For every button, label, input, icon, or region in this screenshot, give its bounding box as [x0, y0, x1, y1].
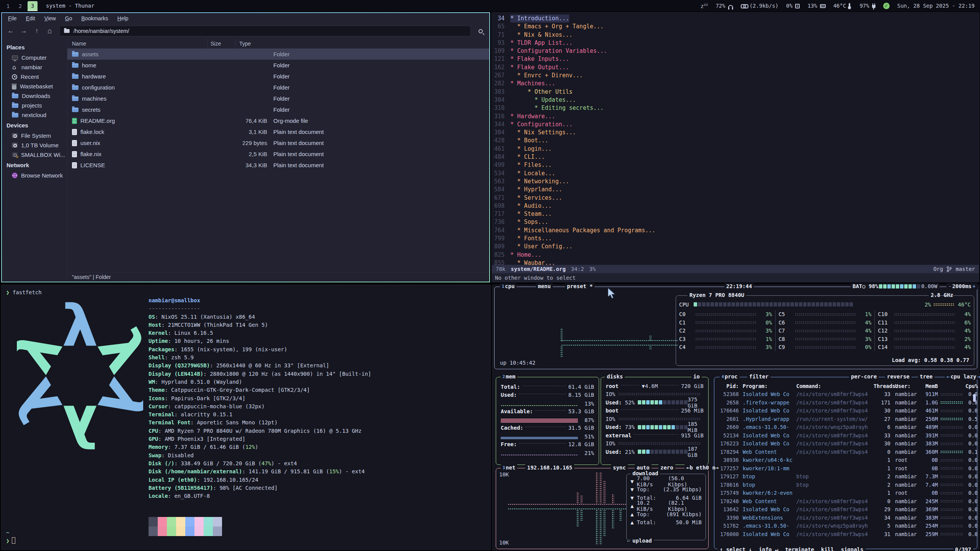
proc-row-178616[interactable]: 178616btopbtop2nambiar7.4M0.0: [714, 481, 977, 489]
shell-prompt[interactable]: ❯: [6, 537, 15, 545]
terminal-window[interactable]: ❯ fastfetch λ λ λ λ λ λ nambiar@smallbox…: [1, 285, 491, 550]
file-row-hardware[interactable]: hardwareFolder: [67, 71, 489, 82]
emacs-buffer[interactable]: 34* Introduction...65* Emacs + Org + Tan…: [492, 15, 979, 265]
up-button[interactable]: [31, 26, 42, 36]
proc-key-select[interactable]: ↑ select ↓: [720, 546, 752, 551]
proc-row-177257[interactable]: 177257kworker/10:1-mm_1root0B0.0: [714, 464, 977, 473]
proc-header-user[interactable]: User:: [890, 383, 920, 389]
proc-user: root: [890, 465, 920, 471]
proc-row-178294[interactable]: 178294Web Content/nix/store/sm8fmrf3wps4…: [714, 448, 977, 456]
file-row-flake-lock[interactable]: flake.lock3,1 KiBPlain text document: [67, 126, 489, 137]
proc-row-38936[interactable]: 38936kworker/u64:6-kc1root0B0.0: [714, 456, 977, 465]
file-row-configuration[interactable]: configurationFolder: [67, 82, 489, 93]
sidebar-item-smallbox-wi-[interactable]: SMALLBOX Wi...: [2, 150, 67, 160]
path-bar[interactable]: /home/nambiar/system/: [59, 26, 471, 36]
sidebar-item-wastebasket[interactable]: Wastebasket: [2, 82, 67, 91]
menu-view[interactable]: View: [44, 15, 56, 21]
waybar-module-idle-inhibitor[interactable]: zzz: [701, 3, 708, 9]
proc-key-info[interactable]: info ↵: [759, 546, 778, 551]
sidebar-item-nambiar[interactable]: nambiar: [2, 62, 67, 72]
proc-row-3390[interactable]: 3390WebExtensions/nix/store/sm8fmrf3wps4…: [714, 514, 977, 522]
waybar-module-status[interactable]: [883, 3, 890, 9]
proc-row-2601[interactable]: 2601.Hyprland-wrapp/run/current-system/s…: [714, 415, 977, 423]
proc-row-52134[interactable]: 52134Isolated Web Co/nix/store/sm8fmrf3w…: [714, 431, 977, 440]
proc-row-178248[interactable]: 178248Web Content/nix/store/sm8fmrf3wps4…: [714, 497, 977, 505]
waybar-module-network[interactable]: (2.9kb/s): [741, 3, 779, 9]
proc-key-terminate[interactable]: terminate: [785, 546, 814, 551]
waybar-module-battery[interactable]: 97%: [859, 3, 875, 9]
waybar-module-temperature[interactable]: 46°C: [833, 3, 852, 9]
sidebar-item-browse-network[interactable]: Browse Network: [2, 171, 67, 180]
workspace-button-2[interactable]: 2: [15, 1, 25, 11]
file-row-license[interactable]: LICENSE34,3 KiBPlain text document: [67, 160, 489, 171]
file-row-home[interactable]: homeFolder: [67, 60, 489, 71]
sidebar-item-recent[interactable]: Recent: [2, 72, 67, 82]
proc-row-176000[interactable]: 176000Isolated Web Co/nix/store/sm8fmrf3…: [714, 530, 977, 538]
proc-row-52368[interactable]: 52368Isolated Web Co/nix/store/sm8fmrf3w…: [714, 390, 977, 399]
sidebar-item-downloads[interactable]: Downloads: [2, 91, 67, 101]
proc-header-mem[interactable]: MemB: [920, 383, 938, 389]
workspace-button-1[interactable]: 1: [3, 1, 13, 11]
proc-header-threads[interactable]: Threads:: [874, 383, 890, 389]
refresh-rate-control[interactable]: - 2000ms +: [946, 283, 977, 289]
line-number: 282: [492, 80, 510, 88]
proc-pid: 38936: [717, 457, 739, 463]
proc-header-program[interactable]: Program:: [739, 383, 796, 389]
proc-key-kill[interactable]: kill: [821, 546, 834, 551]
proc-row-51762[interactable]: 51762.emacs-31.0.50-/nix/store/wnqz5pa8r…: [714, 522, 977, 530]
menu-go[interactable]: Go: [65, 15, 72, 21]
proc-nav[interactable]: ← cpu lazy →: [945, 373, 980, 380]
menu-edit[interactable]: Edit: [26, 15, 35, 21]
proc-row-2660[interactable]: 2660.emacs-31.0.50-/nix/store/wnqz5pa8ra…: [714, 423, 977, 432]
mem-meter: 13%: [496, 399, 599, 408]
proc-button-tree[interactable]: tree: [918, 373, 935, 380]
proc-row-13642[interactable]: 13642Isolated Web Co/nix/store/sm8fmrf3w…: [714, 505, 977, 514]
file-row-flake-nix[interactable]: flake.nix2,5 KiBPlain text document: [67, 148, 489, 160]
waybar-module-cpu[interactable]: 0%: [786, 3, 800, 9]
column-header-type[interactable]: Type: [235, 39, 489, 48]
file-row-user-nix[interactable]: user.nix229 bytesPlain text document: [67, 137, 489, 148]
proc-row-2658[interactable]: 2658.firefox-wrappe/nix/store/sm8fmrf3wp…: [714, 398, 977, 407]
back-button[interactable]: [5, 26, 16, 36]
waybar-module-audio[interactable]: 72%: [715, 3, 733, 9]
column-header-name[interactable]: Name: [67, 39, 207, 48]
column-header-size[interactable]: Size: [207, 39, 235, 48]
proc-row-176223[interactable]: 176223Isolated Web Co/nix/store/sm8fmrf3…: [714, 440, 977, 448]
sidebar-item-projects[interactable]: projects: [2, 101, 67, 110]
waybar-module-memory[interactable]: 13%: [807, 3, 825, 9]
file-row-readme-org[interactable]: README.org76,4 KiBOrg-mode file: [67, 115, 489, 126]
proc-button-per-core[interactable]: per-core: [849, 373, 879, 380]
workspace-button-3[interactable]: 3: [28, 1, 38, 11]
cpu-button-menu[interactable]: menu: [536, 283, 553, 289]
proc-header-cpu[interactable]: Cpu%: [965, 383, 978, 389]
sidebar-item-1-0-tb-volume[interactable]: 1,0 TB Volume: [2, 140, 67, 150]
proc-scrollbar-thumb[interactable]: [973, 394, 976, 402]
forward-button[interactable]: [18, 26, 29, 36]
cpu-button-preset[interactable]: preset *: [565, 283, 595, 289]
proc-row-176646[interactable]: 176646Isolated Web Co/nix/store/sm8fmrf3…: [714, 407, 977, 415]
sidebar-item-nextcloud[interactable]: nextcloud: [2, 110, 67, 120]
proc-row-175749[interactable]: 175749kworker/6:2-even1root0B0.0: [714, 489, 977, 497]
menu-help[interactable]: Help: [118, 15, 129, 21]
disks-io-tag[interactable]: io: [691, 373, 702, 380]
waybar-module-clock[interactable]: Sun, 28 Sep 2025 - 22:19: [897, 3, 975, 9]
proc-cpu-graph: [940, 401, 963, 404]
home-button[interactable]: [44, 26, 56, 36]
file-row-machines[interactable]: machinesFolder: [67, 93, 489, 104]
file-row-secrets[interactable]: secretsFolder: [67, 104, 489, 115]
sidebar-item-file-system[interactable]: File System: [2, 131, 67, 140]
net-button-auto[interactable]: auto: [635, 465, 652, 471]
proc-header-command[interactable]: Command:: [796, 383, 874, 389]
proc-row-179127[interactable]: 179127btopbtop2nambiar7.3M0.0: [714, 473, 977, 481]
file-row-assets[interactable]: assetsFolder: [67, 49, 489, 60]
proc-header-pid[interactable]: Pid:: [717, 383, 739, 389]
proc-filter-button[interactable]: filter: [747, 373, 771, 380]
proc-key-signals[interactable]: signals: [841, 546, 863, 551]
menu-file[interactable]: File: [8, 15, 17, 21]
sidebar-item-computer[interactable]: Computer: [2, 53, 67, 62]
search-button[interactable]: [475, 26, 486, 36]
net-button-sync[interactable]: sync: [611, 465, 628, 471]
net-button-zero[interactable]: zero: [658, 465, 675, 471]
proc-button-reverse[interactable]: reverse: [885, 373, 911, 380]
menu-bookmarks[interactable]: Bookmarks: [82, 15, 108, 21]
